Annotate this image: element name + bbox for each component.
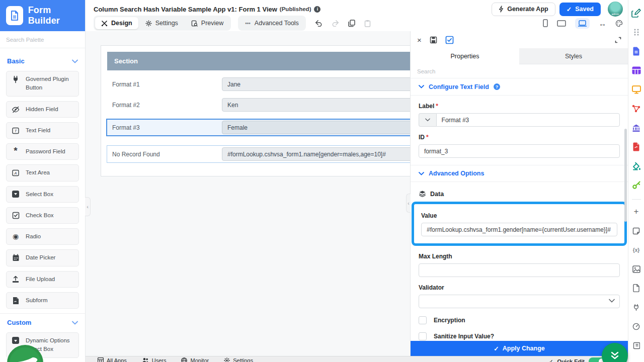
- panel-search-input[interactable]: [417, 68, 621, 74]
- panel-tabs: Properties Styles: [411, 48, 628, 64]
- palette-group-custom[interactable]: Custom: [7, 319, 78, 326]
- calendar-icon: [12, 254, 20, 261]
- sanitize-checkbox-row[interactable]: Sanitize Input Value?: [419, 332, 620, 340]
- palette-item-date-picker[interactable]: Date Picker: [6, 249, 79, 266]
- tab-properties[interactable]: Properties: [411, 48, 519, 64]
- bottom-nav-users[interactable]: Users: [142, 357, 167, 362]
- document-icon[interactable]: [631, 282, 642, 294]
- desktop-view-icon[interactable]: [575, 18, 590, 29]
- copy-icon[interactable]: [348, 20, 355, 27]
- help-icon[interactable]: ?: [494, 83, 500, 90]
- userview-monitor-icon[interactable]: [631, 83, 642, 96]
- paste-icon[interactable]: [364, 20, 371, 27]
- bottom-nav-bar: All Apps Users Monitor Settings ✓ Quick …: [86, 356, 628, 362]
- chevron-down-icon: [419, 85, 424, 88]
- validator-label: Validator: [419, 284, 620, 291]
- image-gallery-icon[interactable]: [631, 263, 642, 275]
- value-input[interactable]: [421, 223, 617, 236]
- sidebar-collapse-handle[interactable]: ‹: [85, 197, 91, 216]
- palette-item-file-upload[interactable]: File Upload: [6, 271, 79, 288]
- properties-panel: × Properties Styles Configure Text Field…: [410, 31, 628, 356]
- tablet-view-icon[interactable]: [557, 20, 566, 27]
- drag-dots-icon[interactable]: [631, 26, 642, 38]
- note-icon[interactable]: [631, 225, 642, 237]
- panel-collapse-handle[interactable]: ‹: [406, 194, 411, 213]
- report-pdf-icon[interactable]: [631, 141, 642, 153]
- resize-width-icon[interactable]: ↔: [599, 19, 606, 28]
- palette-item-select-box[interactable]: Select Box: [6, 186, 79, 203]
- upload-icon: [12, 276, 20, 284]
- encryption-checkbox-row[interactable]: Encryption: [419, 316, 620, 324]
- save-icon[interactable]: [430, 36, 437, 44]
- form-file-icon[interactable]: [631, 45, 642, 57]
- info-icon[interactable]: i: [314, 6, 320, 13]
- tab-styles[interactable]: Styles: [519, 48, 628, 64]
- layers-icon: [419, 190, 426, 198]
- plugin-plug-icon[interactable]: [631, 301, 642, 313]
- check-icon: ✓: [567, 6, 572, 13]
- datalist-table-icon[interactable]: [631, 64, 642, 76]
- sanitize-checkbox[interactable]: [419, 332, 427, 340]
- double-chevron-down-icon: [610, 351, 619, 361]
- plug-icon: [12, 75, 20, 83]
- advanced-tools-button[interactable]: ••• Advanced Tools: [238, 16, 306, 31]
- validator-select[interactable]: [419, 295, 620, 308]
- required-asterisk: *: [436, 103, 438, 110]
- expand-icon[interactable]: [615, 37, 621, 43]
- palette-search: [0, 31, 85, 48]
- tab-design[interactable]: Design: [95, 17, 138, 29]
- max-length-input[interactable]: [419, 263, 620, 277]
- mobile-view-icon[interactable]: [543, 19, 548, 27]
- edit-form-icon[interactable]: [631, 7, 642, 19]
- label-input[interactable]: [436, 113, 620, 127]
- palette-item-radio[interactable]: ◉ Radio: [6, 228, 79, 245]
- app-brand: Form Builder: [0, 0, 85, 31]
- palette-search-input[interactable]: [6, 37, 79, 43]
- palette-item-governed-plugin-button[interactable]: Governed Plugin Button: [6, 71, 79, 97]
- saved-button[interactable]: ✓ Saved: [559, 3, 601, 16]
- id-input[interactable]: [419, 144, 620, 158]
- encryption-checkbox[interactable]: [419, 316, 427, 324]
- log-scroll-icon[interactable]: [631, 339, 642, 351]
- add-icon[interactable]: +: [631, 206, 642, 218]
- advanced-options-section[interactable]: Advanced Options: [411, 165, 628, 182]
- tab-settings[interactable]: Settings: [139, 17, 184, 29]
- theme-paint-icon[interactable]: [631, 160, 642, 172]
- bottom-nav-monitor[interactable]: Monitor: [181, 357, 209, 362]
- palette-item-hidden-field[interactable]: Hidden Field: [6, 101, 79, 118]
- text-field-icon: T: [12, 127, 20, 135]
- chevron-down-icon: [72, 321, 78, 325]
- apply-change-button[interactable]: ✓ Apply Change: [411, 341, 628, 356]
- redo-icon[interactable]: [332, 20, 339, 27]
- governance-bank-icon[interactable]: [631, 122, 642, 134]
- permission-key-icon[interactable]: [631, 179, 642, 191]
- palette-item-text-field[interactable]: T Text Field: [6, 122, 79, 139]
- preview-icon: [191, 20, 198, 27]
- theme-palette-icon[interactable]: [615, 20, 623, 27]
- checkbox-icon: [12, 212, 20, 219]
- configure-text-field-section[interactable]: Configure Text Field ?: [411, 78, 628, 96]
- required-asterisk: *: [426, 134, 429, 141]
- palette-group-basic[interactable]: Basic: [7, 57, 78, 65]
- asterisk-icon: *: [12, 148, 20, 154]
- avatar[interactable]: admin: [608, 2, 623, 17]
- bottom-nav-settings[interactable]: Settings: [224, 357, 253, 362]
- process-flow-icon[interactable]: [631, 103, 642, 115]
- mode-tabs: Design Settings Preview: [94, 16, 231, 31]
- panel-scrollbar[interactable]: [624, 129, 627, 222]
- palette-item-subform[interactable]: Subform: [6, 292, 79, 309]
- performance-gauge-icon[interactable]: [631, 320, 642, 332]
- variable-icon[interactable]: {x}: [631, 244, 642, 256]
- bottom-nav-all-apps[interactable]: All Apps: [98, 357, 127, 362]
- checked-checkbox-icon[interactable]: [445, 36, 454, 44]
- undo-icon[interactable]: [315, 20, 323, 27]
- label-type-dropdown[interactable]: [419, 113, 436, 127]
- palette-item-text-area[interactable]: A Text Area: [6, 164, 79, 181]
- palette-sidebar: Form Builder Basic Governed Plugin Butto…: [0, 0, 86, 362]
- palette-item-check-box[interactable]: Check Box: [6, 207, 79, 224]
- close-icon[interactable]: ×: [417, 36, 422, 44]
- divider: [632, 199, 641, 200]
- tab-preview[interactable]: Preview: [185, 17, 229, 29]
- generate-app-button[interactable]: Generate App: [492, 3, 555, 16]
- palette-item-password-field[interactable]: * Password Field: [6, 143, 79, 160]
